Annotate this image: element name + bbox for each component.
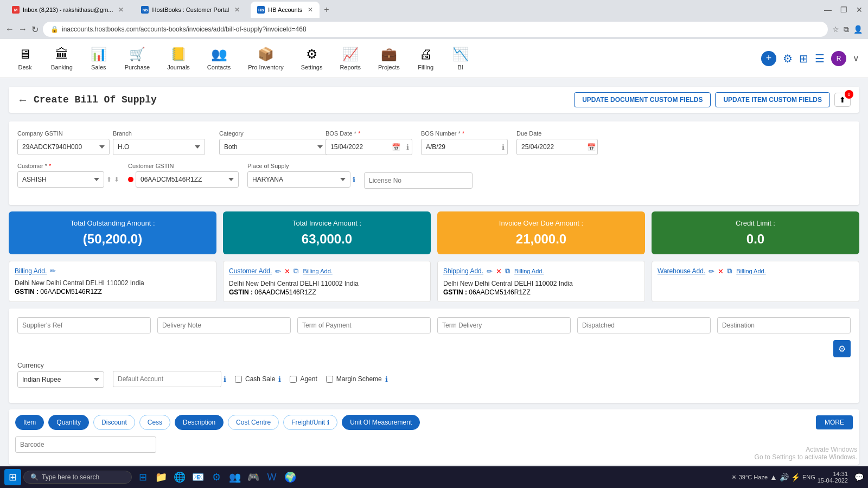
notifications-icon[interactable]: 💬 — [854, 473, 864, 481]
tab-cess[interactable]: Cess — [139, 415, 170, 430]
user-avatar[interactable]: R — [831, 51, 846, 66]
export-button[interactable]: ⬆ 0 — [834, 93, 851, 107]
tab-freight-unit[interactable]: Freight/Unit ℹ — [283, 415, 337, 430]
customer-gstin-select[interactable]: 06AADCM5146R1ZZ — [136, 171, 239, 188]
warehouse-remove-icon[interactable]: ✕ — [718, 267, 724, 275]
taskbar-app-4[interactable]: 📧 — [189, 468, 207, 486]
place-of-supply-select[interactable]: HARYANA — [247, 171, 350, 188]
cash-sale-info-icon[interactable]: ℹ — [278, 375, 281, 383]
nav-expand-icon[interactable]: ∨ — [853, 53, 859, 63]
due-date-input[interactable] — [516, 139, 598, 155]
start-button[interactable]: ⊞ — [4, 469, 21, 485]
taskbar-app-5[interactable]: ⚙ — [208, 468, 225, 486]
suppliers-ref-input[interactable] — [17, 317, 151, 333]
customer-select[interactable]: ASHISH — [17, 171, 104, 188]
back-nav-btn[interactable]: ← — [5, 24, 14, 34]
taskbar-search[interactable]: 🔍 Type here to search — [23, 471, 132, 484]
default-account-info-icon[interactable]: ℹ — [224, 375, 226, 383]
tab-description[interactable]: Description — [175, 415, 224, 430]
billing-address-link[interactable]: Billing Add. — [15, 267, 47, 275]
customer-down-icon[interactable]: ⬇ — [114, 176, 119, 183]
customer-copy-icon[interactable]: ⧉ — [293, 267, 298, 275]
taskbar-app-2[interactable]: 📁 — [152, 468, 170, 486]
tab-item[interactable]: Item — [15, 415, 44, 430]
tab-gmail[interactable]: M Inbox (8,213) - rakshithasu@gm... ✕ — [5, 2, 130, 18]
network-icon[interactable]: ▲ — [770, 473, 777, 481]
barcode-input[interactable] — [15, 436, 156, 453]
nav-item-banking[interactable]: 🏛 Banking — [43, 43, 80, 74]
customer-remove-icon[interactable]: ✕ — [284, 267, 290, 275]
back-button[interactable]: ← — [17, 94, 28, 106]
tab-hb-accounts-close[interactable]: ✕ — [308, 6, 313, 14]
nav-gear-icon[interactable]: ⚙ — [783, 52, 793, 65]
new-tab-button[interactable]: + — [324, 5, 329, 15]
shipping-billing-add-link[interactable]: Billing Add. — [514, 268, 544, 274]
forward-nav-btn[interactable]: → — [18, 24, 27, 34]
nav-item-sales[interactable]: 📊 Sales — [82, 43, 115, 74]
freight-unit-info-icon[interactable]: ℹ — [327, 419, 329, 426]
window-restore[interactable]: ❐ — [840, 5, 847, 14]
tab-hostbooks-portal-close[interactable]: ✕ — [234, 6, 240, 14]
update-item-custom-fields-button[interactable]: UPDATE ITEM CUSTOM FIELDS — [715, 92, 830, 107]
nav-item-purchase[interactable]: 🛒 Purchase — [117, 43, 157, 74]
nav-item-pro-inventory[interactable]: 📦 Pro Inventory — [240, 43, 291, 74]
margin-scheme-info-icon[interactable]: ℹ — [385, 375, 388, 383]
settings-gear-button[interactable]: ⚙ — [833, 340, 851, 357]
shipping-edit-icon[interactable]: ✏ — [487, 267, 493, 275]
tab-quantity[interactable]: Quantity — [48, 415, 89, 430]
tab-cost-centre[interactable]: Cost Centre — [228, 415, 279, 430]
bookmark-star-icon[interactable]: ☆ — [832, 25, 839, 34]
tab-hb-accounts[interactable]: Hb HB Accounts ✕ — [251, 2, 320, 18]
branch-select[interactable]: H.O — [113, 139, 205, 155]
agent-checkbox[interactable] — [290, 376, 297, 383]
tab-hostbooks-portal[interactable]: hb HostBooks : Customer Portal ✕ — [135, 2, 246, 18]
nav-item-filling[interactable]: 🖨 Filling — [410, 43, 442, 74]
place-of-supply-info-icon[interactable]: ℹ — [353, 176, 355, 184]
company-gstin-select[interactable]: 29AADCK7940H000 — [17, 139, 110, 155]
update-document-custom-fields-button[interactable]: UPDATE DOCUMENT CUSTOM FIELDS — [574, 92, 711, 107]
license-no-input[interactable] — [364, 172, 473, 189]
nav-item-contacts[interactable]: 👥 Contacts — [200, 43, 238, 74]
customer-address-link[interactable]: Customer Add. — [229, 267, 272, 275]
split-view-icon[interactable]: ⧉ — [844, 25, 849, 34]
tab-uom[interactable]: Unit Of Measurement — [342, 415, 420, 430]
margin-scheme-checkbox[interactable] — [326, 376, 333, 383]
shipping-copy-icon[interactable]: ⧉ — [505, 267, 510, 275]
warehouse-copy-icon[interactable]: ⧉ — [727, 267, 732, 275]
taskbar-app-7[interactable]: 🎮 — [245, 468, 262, 486]
nav-item-reports[interactable]: 📈 Reports — [332, 43, 368, 74]
refresh-btn[interactable]: ↻ — [31, 24, 39, 35]
more-button[interactable]: MORE — [816, 415, 853, 429]
customer-up-icon[interactable]: ⬆ — [106, 176, 112, 183]
shipping-address-link[interactable]: Shipping Add. — [443, 267, 483, 275]
nav-item-bi[interactable]: 📉 BI — [444, 43, 477, 74]
window-close[interactable]: ✕ — [856, 5, 863, 14]
add-new-button[interactable]: + — [761, 51, 776, 66]
category-select[interactable]: Both — [219, 139, 328, 155]
term-delivery-input[interactable] — [437, 317, 571, 333]
taskbar-app-3[interactable]: 🌐 — [171, 468, 188, 486]
nav-list-icon[interactable]: ☰ — [815, 52, 825, 65]
bos-date-info-icon[interactable]: ℹ — [406, 143, 409, 151]
cash-sale-checkbox[interactable] — [235, 376, 242, 383]
address-box[interactable]: 🔒 inaccounts.hostbooks.com/accounts-book… — [43, 22, 828, 37]
default-account-input[interactable] — [113, 371, 221, 387]
delivery-note-input[interactable] — [157, 317, 291, 333]
profile-icon[interactable]: 👤 — [853, 25, 863, 34]
term-of-payment-input[interactable] — [297, 317, 431, 333]
bos-number-input[interactable] — [421, 139, 508, 155]
currency-select[interactable]: Indian Rupee — [17, 371, 104, 388]
nav-item-desk[interactable]: 🖥 Desk — [9, 43, 41, 74]
bos-date-calendar-icon[interactable]: 📅 — [392, 143, 400, 151]
tab-gmail-close[interactable]: ✕ — [118, 6, 124, 14]
warehouse-billing-add-link[interactable]: Billing Add. — [736, 268, 765, 274]
customer-edit-icon[interactable]: ✏ — [275, 267, 281, 275]
shipping-remove-icon[interactable]: ✕ — [496, 267, 502, 275]
nav-grid-icon[interactable]: ⊞ — [799, 52, 808, 65]
due-date-calendar-icon[interactable]: 📅 — [587, 143, 596, 151]
customer-billing-add-link[interactable]: Billing Add. — [303, 268, 332, 274]
warehouse-address-link[interactable]: Warehouse Add. — [658, 267, 705, 275]
nav-item-settings[interactable]: ⚙ Settings — [293, 43, 330, 74]
taskbar-app-1[interactable]: ⊞ — [134, 468, 151, 486]
billing-edit-icon[interactable]: ✏ — [50, 267, 56, 275]
